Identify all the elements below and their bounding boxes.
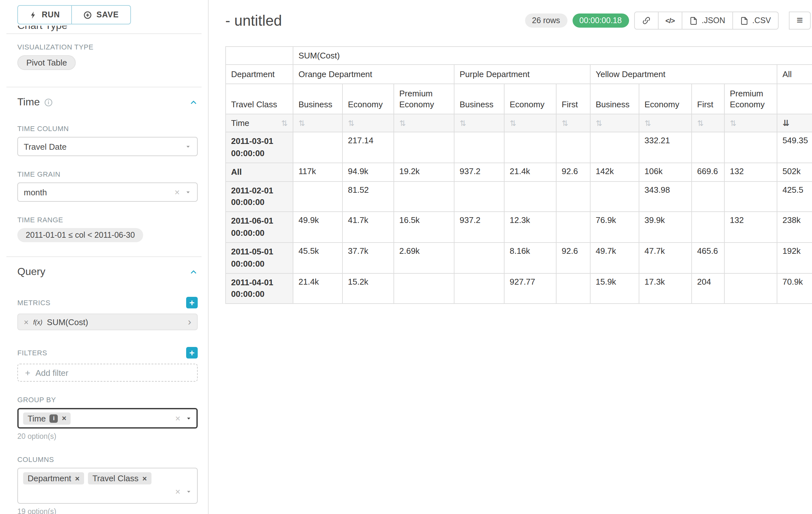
chevron-right-icon[interactable]: ›: [188, 317, 191, 327]
column-group-header: Purple Department: [454, 64, 590, 84]
file-icon: [689, 17, 698, 25]
cell: 669.6: [692, 163, 724, 181]
caret-down-icon[interactable]: [185, 415, 192, 422]
file-icon: [740, 17, 749, 25]
add-metric-button[interactable]: +: [186, 297, 198, 308]
clear-icon[interactable]: ×: [175, 414, 180, 423]
export-json-button[interactable]: .JSON: [682, 11, 733, 30]
sort-cell: ⇅: [692, 114, 724, 132]
export-csv-button[interactable]: .CSV: [732, 11, 779, 30]
sort-desc-icon[interactable]: ⇊: [782, 118, 789, 128]
remove-tag-icon[interactable]: ×: [62, 414, 66, 422]
sort-icon[interactable]: ⇅: [348, 119, 354, 128]
add-filter-button[interactable]: + Add filter: [17, 364, 198, 382]
time-dimension-header: Time ⇅: [226, 114, 293, 132]
chevron-up-icon[interactable]: [190, 98, 198, 106]
cell: [394, 132, 454, 163]
sort-icon[interactable]: ⇅: [399, 119, 406, 128]
time-column-label: TIME COLUMN: [17, 125, 198, 132]
metric-header: SUM(Cost): [293, 47, 812, 64]
time-column-select[interactable]: Travel Date: [17, 137, 198, 156]
save-button[interactable]: SAVE: [71, 5, 131, 24]
cell: 17.3k: [639, 273, 692, 304]
column-group-header: Orange Department: [293, 64, 454, 84]
sort-cell: ⇊: [777, 114, 812, 132]
cell: 937.2: [454, 212, 504, 242]
query-section-header[interactable]: Query: [17, 266, 198, 277]
cell: 502k: [777, 163, 812, 181]
run-button-label: RUN: [42, 10, 60, 19]
cell: 70.9k: [777, 273, 812, 304]
visualization-type-value[interactable]: Pivot Table: [17, 55, 76, 70]
sort-icon[interactable]: ⇅: [644, 119, 651, 128]
time-grain-select[interactable]: month ×: [17, 183, 198, 202]
cell: 132: [724, 163, 777, 181]
sort-icon[interactable]: ⇅: [562, 119, 568, 128]
sort-icon[interactable]: ⇅: [298, 119, 305, 128]
sort-icon[interactable]: ⇅: [596, 119, 602, 128]
cell: [590, 132, 639, 163]
sort-cell: ⇅: [293, 114, 343, 132]
caret-down-icon[interactable]: [185, 488, 192, 495]
cell: 927.77: [504, 273, 556, 304]
cell: 106k: [639, 163, 692, 181]
sort-icon[interactable]: ⇅: [281, 119, 288, 127]
cell: 21.4k: [504, 163, 556, 181]
time-range-label: TIME RANGE: [17, 216, 198, 224]
cell: [556, 132, 590, 163]
chart-title[interactable]: - untitled: [225, 12, 282, 29]
time-grain-value: month: [24, 187, 47, 197]
cell: [394, 273, 454, 304]
chart-type-heading: Chart Type: [0, 26, 208, 33]
cell: [504, 181, 556, 212]
column-header: Premium Economy: [724, 84, 777, 114]
row-label: 2011-02-01 00:00:00: [226, 181, 293, 212]
cell: 21.4k: [293, 273, 343, 304]
add-filter-plus-button[interactable]: +: [186, 347, 198, 358]
cell: 15.2k: [343, 273, 394, 304]
group-by-tag[interactable]: Time i ×: [23, 412, 71, 424]
filters-label: FILTERS: [17, 349, 47, 357]
sort-icon[interactable]: ⇅: [510, 119, 516, 128]
clear-icon[interactable]: ×: [175, 188, 180, 197]
query-section: Query METRICS + × f(x) SUM(Cost) › FILTE…: [0, 257, 208, 514]
column-header: Business: [454, 84, 504, 114]
run-button[interactable]: RUN: [17, 5, 72, 24]
columns-select[interactable]: Department × Travel Class × ×: [17, 468, 198, 504]
column-group-header: All: [777, 64, 812, 84]
group-by-options-hint: 20 option(s): [17, 432, 198, 440]
clear-icon[interactable]: ×: [175, 487, 180, 496]
time-section-header[interactable]: Time: [17, 97, 198, 108]
cell: [454, 181, 504, 212]
plus-icon: +: [25, 368, 30, 378]
remove-tag-icon[interactable]: ×: [75, 475, 80, 482]
export-csv-label: .CSV: [752, 16, 771, 25]
time-range-value[interactable]: 2011-01-01 ≤ col < 2011-06-30: [17, 228, 143, 242]
more-options-button[interactable]: ≡: [789, 11, 811, 30]
row-label: All: [226, 163, 293, 181]
share-link-button[interactable]: [634, 11, 658, 30]
caret-down-icon[interactable]: [185, 143, 191, 150]
function-icon: f(x): [33, 318, 42, 325]
view-query-button[interactable]: </>: [658, 11, 682, 30]
caret-down-icon[interactable]: [185, 189, 191, 195]
sort-icon[interactable]: ⇅: [460, 119, 466, 128]
cell: [454, 243, 504, 273]
table-row-total: All 117k 94.9k 19.2k 937.2 21.4k 92.6 14…: [226, 163, 812, 181]
sort-cell: ⇅: [724, 114, 777, 132]
columns-tag[interactable]: Department ×: [23, 472, 84, 484]
sort-icon[interactable]: ⇅: [730, 119, 736, 128]
columns-tag-label: Travel Class: [92, 474, 139, 483]
column-header: First: [556, 84, 590, 114]
cell: [454, 273, 504, 304]
chevron-up-icon[interactable]: [190, 268, 198, 276]
remove-tag-icon[interactable]: ×: [142, 475, 147, 482]
export-button-group: </> .JSON .CSV: [634, 11, 779, 30]
column-header: Economy: [504, 84, 556, 114]
remove-metric-icon[interactable]: ×: [24, 318, 29, 326]
columns-tag[interactable]: Travel Class ×: [88, 472, 151, 484]
table-row: 2011-03-01 00:00:00 217.14 332.21 549.35: [226, 132, 812, 163]
metric-item[interactable]: × f(x) SUM(Cost) ›: [17, 314, 198, 330]
sort-icon[interactable]: ⇅: [697, 119, 703, 128]
group-by-select[interactable]: Time i × ×: [17, 408, 198, 429]
